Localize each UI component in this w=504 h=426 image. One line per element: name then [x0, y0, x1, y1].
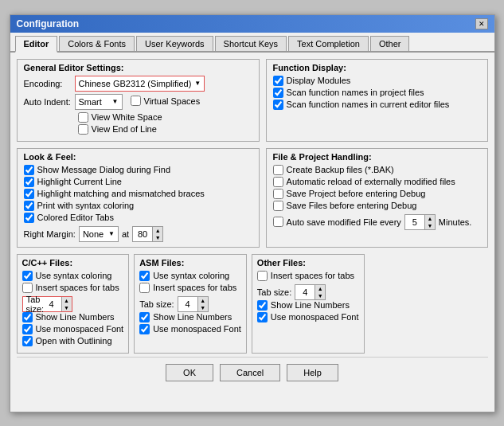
asm-use-syntax-checkbox[interactable] — [139, 271, 150, 281]
auto-save-up-btn[interactable]: ▲ — [425, 215, 435, 222]
auto-reload-checkbox[interactable] — [273, 177, 283, 187]
other-show-line-numbers-checkbox[interactable] — [257, 300, 268, 311]
asm-tab-size-row: Tab size: 4 ▲ ▼ — [139, 296, 241, 312]
asm-use-monospaced-checkbox[interactable] — [139, 324, 150, 334]
cpp-insert-spaces-checkbox[interactable] — [22, 283, 33, 293]
general-editor-section: General Editor Settings: Encoding: Chine… — [17, 59, 260, 142]
close-button[interactable]: ✕ — [475, 18, 488, 29]
scan-project-label[interactable]: Scan function names in project files — [273, 88, 481, 98]
auto-save-down-btn[interactable]: ▼ — [425, 222, 435, 229]
view-white-space-checkbox[interactable] — [78, 112, 88, 123]
cpp-files-title: C/C++ Files: — [22, 258, 124, 268]
other-tab-down-btn[interactable]: ▼ — [315, 292, 325, 299]
tab-editor[interactable]: Editor — [15, 36, 58, 53]
tab-user-keywords[interactable]: User Keywords — [136, 36, 213, 51]
asm-show-line-numbers-checkbox[interactable] — [139, 312, 150, 322]
other-use-monospaced-label[interactable]: Use monospaced Font — [257, 312, 359, 322]
other-use-monospaced-checkbox[interactable] — [257, 312, 268, 322]
encoding-combo[interactable]: Chinese GB2312 (Simplified) ▼ — [75, 76, 205, 92]
asm-tab-size-value: 4 — [178, 299, 197, 309]
auto-save-checkbox[interactable] — [273, 217, 283, 227]
cpp-tab-size-value: 4 — [42, 299, 61, 309]
asm-insert-spaces-checkbox[interactable] — [139, 283, 150, 293]
other-tab-size-value: 4 — [295, 287, 315, 297]
extra-checkboxes: View White Space View End of Line — [78, 112, 252, 135]
cpp-use-syntax-checkbox[interactable] — [22, 271, 33, 281]
ok-button[interactable]: OK — [166, 364, 213, 381]
create-backup-checkbox[interactable] — [273, 165, 283, 175]
right-margin-combo[interactable]: None ▼ — [79, 226, 119, 242]
virtual-spaces-row: Virtual Spaces — [131, 96, 201, 107]
tab-other[interactable]: Other — [370, 36, 410, 51]
help-button[interactable]: Help — [287, 364, 338, 381]
other-show-line-numbers-label[interactable]: Show Line Numbers — [257, 300, 359, 311]
cpp-use-monospaced-checkbox[interactable] — [22, 324, 33, 334]
print-syntax-checkbox[interactable] — [24, 201, 34, 211]
cpp-insert-spaces-label[interactable]: Insert spaces for tabs — [22, 283, 124, 293]
scan-editor-checkbox[interactable] — [273, 100, 283, 110]
cpp-use-syntax-label[interactable]: Use syntax coloring — [22, 271, 124, 281]
auto-indent-arrow: ▼ — [112, 98, 119, 105]
cancel-button[interactable]: Cancel — [220, 364, 280, 381]
virtual-spaces-label[interactable]: Virtual Spaces — [131, 96, 201, 106]
view-white-space-label[interactable]: View White Space — [78, 112, 252, 123]
auto-indent-combo[interactable]: Smart ▼ — [75, 94, 123, 110]
asm-show-line-numbers-label[interactable]: Show Line Numbers — [139, 312, 241, 322]
save-files-debug-checkbox[interactable] — [273, 201, 283, 211]
highlight-current-label[interactable]: Highlight Current Line — [24, 177, 252, 187]
display-modules-label[interactable]: Display Modules — [273, 76, 481, 86]
tab-bar: Editor Colors & Fonts User Keywords Shor… — [10, 33, 494, 53]
cpp-use-monospaced-label[interactable]: Use monospaced Font — [22, 324, 124, 334]
show-message-dialog-checkbox[interactable] — [24, 165, 34, 175]
cpp-tab-up-btn[interactable]: ▲ — [62, 297, 72, 304]
asm-insert-spaces-label[interactable]: Insert spaces for tabs — [139, 283, 241, 293]
file-project-section: File & Project Handling: Create Backup f… — [266, 148, 488, 248]
view-end-of-line-checkbox[interactable] — [78, 124, 88, 135]
asm-tab-up-btn[interactable]: ▲ — [198, 297, 208, 304]
cpp-open-outlining-label[interactable]: Open with Outlining — [22, 336, 124, 346]
other-tab-buttons: ▲ ▼ — [315, 285, 325, 299]
other-insert-spaces-checkbox[interactable] — [257, 271, 268, 281]
highlight-matching-checkbox[interactable] — [24, 189, 34, 199]
right-margin-label: Right Margin: — [24, 229, 76, 239]
cpp-show-line-numbers-label[interactable]: Show Line Numbers — [22, 312, 124, 322]
cpp-tab-size-label: Tab size: — [23, 295, 42, 314]
create-backup-label[interactable]: Create Backup files (*.BAK) — [273, 165, 481, 175]
highlight-matching-label[interactable]: Highlight matching and mismatched braces — [24, 189, 252, 199]
tab-text-completion[interactable]: Text Completion — [288, 36, 369, 51]
tab-shortcut-keys[interactable]: Shortcut Keys — [215, 36, 287, 51]
save-before-debug-label[interactable]: Save Project before entering Debug — [273, 189, 481, 199]
auto-save-spinner: 5 ▲ ▼ — [404, 214, 436, 230]
colored-editor-label[interactable]: Colored Editor Tabs — [24, 213, 252, 223]
cpp-show-line-numbers-checkbox[interactable] — [22, 312, 33, 322]
display-modules-checkbox[interactable] — [273, 76, 283, 86]
asm-use-monospaced-label[interactable]: Use monospaced Font — [139, 324, 241, 334]
margin-up-btn[interactable]: ▲ — [153, 227, 162, 234]
save-before-debug-checkbox[interactable] — [273, 189, 283, 199]
scan-project-checkbox[interactable] — [273, 88, 283, 98]
margin-number-value: 80 — [133, 229, 152, 239]
dialog-title: Configuration — [17, 18, 80, 29]
tab-colors-fonts[interactable]: Colors & Fonts — [59, 36, 135, 51]
save-files-debug-label[interactable]: Save Files before entering Debug — [273, 201, 481, 211]
encoding-arrow: ▼ — [194, 80, 201, 87]
view-end-of-line-label[interactable]: View End of Line — [78, 124, 252, 135]
cpp-tab-down-btn[interactable]: ▼ — [62, 304, 72, 311]
right-margin-row: Right Margin: None ▼ at 80 ▲ ▼ — [24, 226, 252, 242]
margin-number-buttons: ▲ ▼ — [152, 227, 162, 241]
other-insert-spaces-label[interactable]: Insert spaces for tabs — [257, 271, 359, 281]
auto-reload-label[interactable]: Automatic reload of externally modified … — [273, 177, 481, 187]
scan-editor-label[interactable]: Scan function names in current editor fi… — [273, 100, 481, 110]
colored-editor-checkbox[interactable] — [24, 213, 34, 223]
other-tab-up-btn[interactable]: ▲ — [315, 285, 325, 292]
asm-use-syntax-label[interactable]: Use syntax coloring — [139, 271, 241, 281]
look-feel-section: Look & Feel: Show Message Dialog during … — [17, 148, 260, 248]
asm-tab-down-btn[interactable]: ▼ — [198, 304, 208, 311]
highlight-current-checkbox[interactable] — [24, 177, 34, 187]
cpp-open-outlining-checkbox[interactable] — [22, 336, 33, 346]
show-message-dialog-label[interactable]: Show Message Dialog during Find — [24, 165, 252, 175]
encoding-value: Chinese GB2312 (Simplified) — [79, 79, 192, 88]
print-syntax-label[interactable]: Print with syntax coloring — [24, 201, 252, 211]
margin-down-btn[interactable]: ▼ — [153, 234, 162, 241]
virtual-spaces-checkbox[interactable] — [131, 96, 141, 106]
